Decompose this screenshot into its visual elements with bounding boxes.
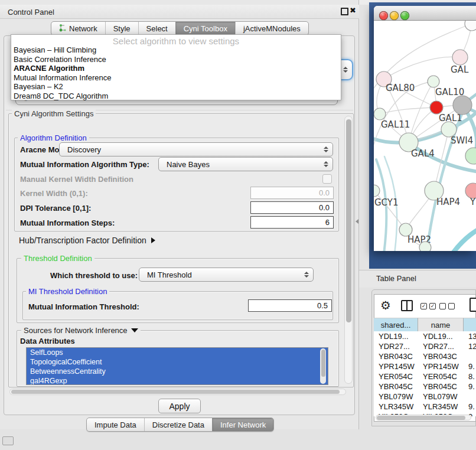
close-panel-icon[interactable]: ✖	[350, 6, 356, 15]
network-node[interactable]	[465, 148, 476, 164]
network-node[interactable]	[465, 21, 476, 31]
network-nodes[interactable]: GALGAL80GAL10GAL1SWI4GAL11GAL4GCY1HAP4YH…	[374, 21, 476, 251]
algorithm-option-bayesian-hill-climbing[interactable]: Bayesian – Hill Climbing	[11, 45, 341, 55]
table-cell: 8.	[464, 371, 476, 381]
apply-button[interactable]: Apply	[158, 399, 201, 413]
tab-cyni-toolbox[interactable]: Cyni Toolbox	[175, 22, 235, 35]
network-node-gal11[interactable]	[374, 108, 386, 120]
network-node[interactable]	[453, 96, 472, 115]
algorithm-option-aracne-algorithm[interactable]: ARACNE Algorithm	[11, 64, 341, 73]
panel-grip[interactable]	[2, 436, 14, 445]
attribute-item-betweennesscentrality[interactable]: BetweennessCentrality	[27, 367, 328, 376]
kernel-width-input[interactable]	[250, 187, 334, 199]
network-node-gal[interactable]	[452, 50, 468, 65]
node-label-gal11: GAL11	[381, 119, 410, 130]
attribute-item-selfloops[interactable]: SelfLoops	[27, 348, 328, 357]
settings-gear-icon[interactable]: ⚙	[380, 298, 391, 312]
attribute-item-gal4rgexp[interactable]: gal4RGexp	[27, 376, 328, 385]
network-view-window[interactable]: GALGAL80GAL10GAL1SWI4GAL11GAL4GCY1HAP4YH…	[374, 6, 476, 251]
network-canvas[interactable]: GALGAL80GAL10GAL1SWI4GAL11GAL4GCY1HAP4YH…	[374, 21, 476, 251]
network-node-gal10[interactable]	[428, 76, 439, 87]
tab-label: Style	[113, 24, 131, 33]
select-all-checkboxes-icon[interactable]	[420, 303, 436, 309]
algorithm-dropdown-popup: Select algorithm to view settings Bayesi…	[11, 34, 341, 100]
attributes-scrollbar-thumb[interactable]	[321, 350, 325, 377]
cyni-bottom-tabs: Impute DataDiscretize DataInfer Network	[86, 418, 274, 432]
algorithm-option-dream8-dc-tdc-algorithm[interactable]: Dream8 DC_TDC Algorithm	[11, 92, 341, 101]
table-row[interactable]: YER054CYER054C8.	[374, 371, 476, 381]
node-label-y: Y	[470, 197, 476, 207]
tab-label: Select	[146, 24, 168, 33]
data-attributes-label: Data Attributes	[20, 337, 75, 345]
network-window-titlebar[interactable]	[374, 6, 476, 21]
aracne-mode-combobox[interactable]: Discovery	[59, 142, 333, 156]
settings-horizontal-scrollbar-thumb[interactable]	[11, 390, 340, 394]
collapsed-arrow-icon[interactable]	[151, 237, 155, 243]
unchecked-box-icon	[448, 303, 455, 309]
algorithm-option-basic-correlation-inference[interactable]: Basic Correlation Inference	[11, 55, 341, 64]
dpi-tolerance-label: DPI Tolerance [0,1]:	[20, 204, 91, 213]
table-cell: YDR27...	[374, 341, 418, 351]
table-horizontal-scrollbar-thumb[interactable]	[377, 416, 465, 420]
tab-label: Network	[69, 24, 97, 33]
mi-algorithm-type-label: Mutual Information Algorithm Type:	[20, 160, 149, 169]
attribute-item-topologicalcoefficient[interactable]: TopologicalCoefficient	[27, 357, 328, 367]
manual-kernel-width-checkbox[interactable]	[322, 174, 332, 184]
deselect-all-checkboxes-icon[interactable]	[439, 303, 455, 309]
table-row[interactable]: YDR27...YDR27...12	[374, 341, 476, 351]
node-label-gal80: GAL80	[386, 83, 415, 93]
column-layout-icon[interactable]	[401, 300, 413, 311]
settings-horizontal-scrollbar[interactable]	[9, 389, 346, 395]
tab-discretize-data[interactable]: Discretize Data	[144, 418, 212, 431]
table-row[interactable]: YBR045CYBR045C9.	[374, 381, 476, 392]
tab-jactivemnodules[interactable]: jActiveMNodules	[235, 22, 308, 35]
settings-vertical-scrollbar[interactable]	[344, 116, 353, 384]
table-cell	[464, 351, 476, 361]
tab-style[interactable]: Style	[105, 22, 138, 35]
dpi-tolerance-input[interactable]	[250, 201, 334, 214]
settings-vertical-scrollbar-thumb[interactable]	[346, 119, 351, 322]
table-row[interactable]: YBR043CYBR043C	[374, 351, 476, 361]
table-row[interactable]: YBL079WYBL079W	[374, 392, 476, 402]
tab-infer-network[interactable]: Infer Network	[212, 418, 273, 431]
table-cell: YDL19...	[418, 331, 464, 341]
table-cell: YBR043C	[374, 351, 418, 361]
column-header-name[interactable]: name	[418, 318, 464, 331]
table-row[interactable]: YPR145WYPR145W9.	[374, 361, 476, 371]
table-row[interactable]: YDL19...YDL19...13	[374, 331, 476, 341]
table-cell: YER054C	[374, 371, 418, 381]
minimize-button[interactable]	[390, 11, 399, 20]
dropdown-item-list: Bayesian – Hill ClimbingBasic Correlatio…	[11, 45, 341, 101]
algorithm-option-mutual-information-inference[interactable]: Mutual Information Inference	[11, 73, 341, 83]
network-graph[interactable]: GALGAL80GAL10GAL1SWI4GAL11GAL4GCY1HAP4YH…	[374, 21, 476, 251]
zoom-button[interactable]	[400, 11, 409, 20]
mi-steps-input[interactable]	[250, 216, 334, 229]
mi-threshold-definition-title: MI Threshold Definition	[26, 287, 109, 296]
which-threshold-combobox[interactable]: MI Threshold	[139, 268, 314, 282]
network-node[interactable]	[419, 242, 431, 251]
data-attributes-list[interactable]: SelfLoopsTopologicalCoefficientBetweenne…	[26, 347, 328, 385]
float-window-icon[interactable]	[341, 8, 348, 15]
tab-select[interactable]: Select	[138, 22, 175, 35]
split-pane-collapse-icon[interactable]	[356, 219, 358, 224]
mi-algorithm-type-combobox[interactable]: Naive Bayes	[158, 157, 333, 171]
table-row[interactable]: YLR345WYLR345W9.	[374, 402, 476, 412]
algorithm-option-bayesian-k2[interactable]: Bayesian – K2	[11, 82, 341, 92]
sources-title[interactable]: Sources for Network Inference	[21, 326, 141, 335]
tab-impute-data[interactable]: Impute Data	[87, 418, 144, 431]
table-cell: YBL079W	[418, 392, 464, 402]
hub-factor-section[interactable]: Hub/Transcription Factor Definition	[19, 236, 155, 245]
mi-steps-label: Mutual Information Steps:	[20, 219, 115, 227]
mi-threshold-input[interactable]	[248, 299, 332, 312]
tab-network[interactable]: Network	[51, 22, 105, 35]
close-button[interactable]	[379, 11, 388, 20]
column-header-a[interactable]: A	[464, 318, 476, 331]
network-node-gal1[interactable]	[430, 101, 443, 114]
expanded-arrow-icon[interactable]	[131, 328, 138, 332]
node-label-gcy1: GCY1	[374, 197, 399, 208]
manual-kernel-width-label: Manual Kernel Width Definition	[20, 175, 133, 184]
column-header-shared[interactable]: shared...	[374, 318, 418, 331]
network-node-gcy1[interactable]	[374, 185, 380, 197]
export-table-icon[interactable]	[470, 298, 476, 312]
table-panel-title: Table Panel	[376, 274, 416, 283]
